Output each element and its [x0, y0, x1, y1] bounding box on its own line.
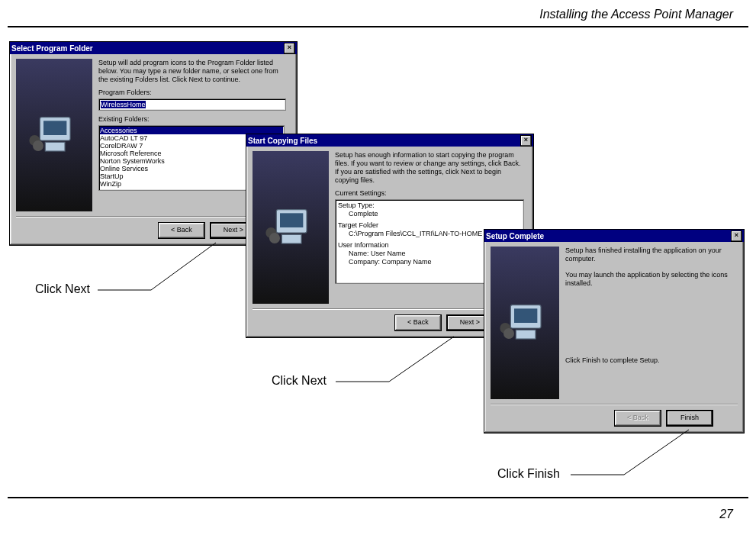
dialog-title: Select Program Folder [11, 44, 93, 53]
wizard-graphic [491, 247, 559, 399]
current-settings-label: Current Settings: [335, 189, 526, 198]
close-icon[interactable]: × [520, 135, 532, 147]
annotation-click-finish: Click Finish [497, 467, 560, 481]
dialog-content: Setup has finished installing the applic… [565, 247, 736, 365]
leader-line [336, 334, 465, 388]
page-header: Installing the Access Point Manager [539, 8, 733, 21]
program-folders-value: WirelessHome [101, 101, 146, 108]
svg-point-4 [33, 140, 43, 151]
back-button: < Back [614, 410, 661, 427]
dialog-title: Setup Complete [486, 232, 544, 240]
svg-rect-11 [514, 308, 537, 323]
titlebar: Setup Complete × [484, 230, 744, 242]
setup-type-value: Complete [338, 210, 521, 218]
close-icon[interactable]: × [284, 43, 295, 54]
svg-rect-1 [43, 121, 66, 135]
svg-rect-12 [516, 330, 536, 339]
existing-folders-label: Existing Folders: [98, 115, 289, 124]
program-folders-label: Program Folders: [98, 89, 289, 97]
titlebar: Select Program Folder × [10, 42, 297, 54]
page-number: 27 [719, 508, 733, 521]
dialog-setup-complete: Setup Complete × Setup has finished inst… [484, 229, 745, 433]
svg-line-18 [389, 337, 454, 382]
program-folders-input[interactable]: WirelessHome [98, 98, 286, 111]
svg-line-20 [624, 430, 689, 475]
finish-button[interactable]: Finish [666, 410, 713, 427]
svg-rect-7 [281, 234, 301, 243]
svg-point-14 [503, 328, 514, 339]
svg-line-16 [151, 243, 216, 290]
svg-rect-2 [45, 142, 65, 151]
setup-type-label: Setup Type: [338, 201, 521, 210]
close-icon[interactable]: × [731, 230, 742, 242]
dialog-title: Start Copying Files [248, 137, 317, 145]
annotation-click-next-1: Click Next [35, 282, 90, 296]
instructions-text: Setup has enough information to start co… [335, 151, 526, 185]
wizard-graphic [253, 151, 329, 304]
back-button[interactable]: < Back [394, 314, 442, 331]
svg-point-9 [269, 233, 280, 243]
wizard-graphic [16, 59, 92, 211]
complete-line1: Setup has finished installing the applic… [565, 247, 733, 263]
annotation-click-next-2: Click Next [272, 374, 327, 388]
header-rule [8, 26, 748, 27]
separator [491, 404, 738, 405]
instructions-text: Setup will add program icons to the Prog… [98, 59, 289, 84]
footer-rule [8, 497, 748, 498]
titlebar: Start Copying Files × [246, 134, 533, 147]
leader-line [571, 427, 700, 481]
complete-line3: Click Finish to complete Setup. [565, 356, 736, 365]
button-row: < Back Finish [614, 410, 721, 427]
leader-line [98, 240, 227, 294]
back-button[interactable]: < Back [158, 222, 205, 239]
complete-line2: You may launch the application by select… [565, 271, 733, 288]
svg-rect-6 [280, 213, 303, 227]
